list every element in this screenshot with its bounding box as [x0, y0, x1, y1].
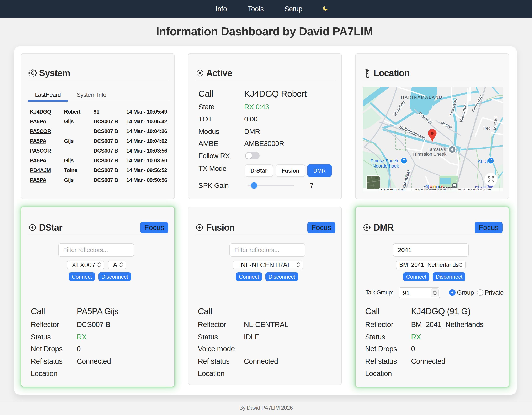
svg-text:HARINXMALAND: HARINXMALAND — [401, 95, 443, 100]
svg-text:ALDI: ALDI — [478, 159, 488, 164]
svg-text:Report a map error: Report a map error — [468, 188, 492, 191]
svg-text:Map data ©2026 Google: Map data ©2026 Google — [415, 188, 446, 191]
svg-text:Noorderhoek: Noorderhoek — [372, 163, 399, 169]
svg-text:Tamara's: Tamara's — [428, 147, 446, 152]
svg-text:Terms: Terms — [458, 188, 466, 191]
svg-text:Keyboard shortcuts: Keyboard shortcuts — [381, 188, 405, 191]
svg-text:Trimsalon Sneek: Trimsalon Sneek — [412, 152, 446, 157]
svg-text:Trêd: Trêd — [483, 126, 490, 130]
svg-text:Poiesz Sneek: Poiesz Sneek — [370, 158, 399, 163]
